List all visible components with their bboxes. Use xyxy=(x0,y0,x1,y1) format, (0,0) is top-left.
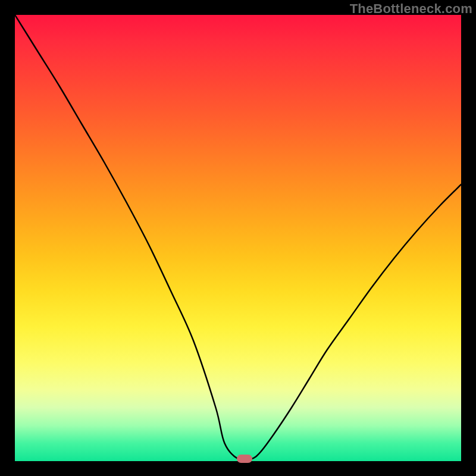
plot-area xyxy=(15,15,461,461)
chart-frame: TheBottleneck.com xyxy=(0,0,476,476)
minimum-marker xyxy=(237,455,252,463)
bottleneck-curve xyxy=(15,15,461,461)
